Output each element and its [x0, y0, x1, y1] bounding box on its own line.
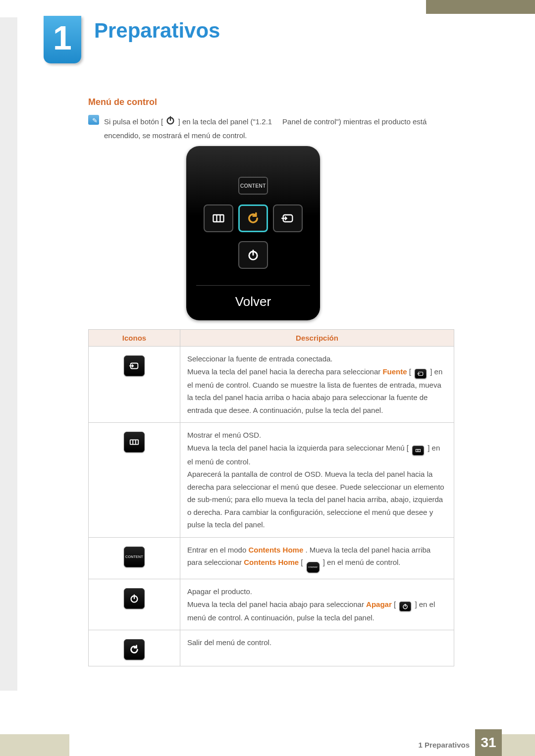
kw-contents-home-2: Contents Home — [244, 558, 299, 566]
footer-accent-left — [0, 734, 69, 756]
t: Mueva la tecla del panel hacia abajo par… — [187, 600, 366, 608]
kw-apagar: Apagar — [366, 600, 392, 608]
return-icon — [124, 639, 145, 660]
section-title: Menú de control — [88, 97, 157, 107]
table-row: Seleccionar la fuente de entrada conecta… — [89, 347, 454, 423]
side-accent-bar — [0, 17, 17, 691]
icon-description-table: Iconos Descripción Seleccionar la fuente… — [88, 329, 454, 666]
intro-paragraph: Si pulsa el botón [ ] en la tecla del pa… — [104, 115, 451, 142]
device-return-label: Volver — [186, 294, 320, 309]
device-divider — [196, 285, 310, 286]
menu-body2: Aparecerá la pantalla de control de OSD.… — [187, 468, 447, 531]
t: Entrar en el modo — [187, 546, 248, 554]
power-icon-tile — [124, 588, 145, 609]
table-row: Apagar el producto. Mueva la tecla del p… — [89, 579, 454, 630]
power-icon — [165, 115, 176, 130]
intro-text-b: ] en la tecla del panel ("1.2.1 — [178, 117, 272, 126]
menu-icon-inline — [412, 446, 424, 455]
svg-rect-16 — [416, 449, 421, 452]
source-icon — [124, 355, 145, 376]
content-icon-label: CONTENT — [124, 547, 144, 567]
source-title: Seleccionar la fuente de entrada conecta… — [187, 353, 447, 365]
table-row: Salir del menú de control. — [89, 630, 454, 666]
kw-contents-home: Contents Home — [248, 546, 303, 554]
page-number: 31 — [475, 729, 502, 756]
return-title: Salir del menú de control. — [187, 636, 447, 649]
power-body: Mueva la tecla del panel hacia abajo par… — [187, 598, 447, 624]
th-desc: Descripción — [180, 330, 454, 347]
t: Mueva la tecla del panel hacia la derech… — [187, 367, 382, 376]
device-content-button: CONTENT — [238, 177, 268, 195]
menu-icon — [124, 432, 145, 453]
power-title: Apagar el producto. — [187, 585, 447, 598]
svg-rect-13 — [130, 440, 139, 444]
footer-breadcrumb: 1 Preparativos — [419, 741, 470, 749]
t: ] en el menú de control. — [323, 558, 401, 566]
control-menu-diagram: CONTENT Volver — [186, 146, 320, 320]
chapter-title: Preparativos — [94, 19, 220, 43]
menu-title: Mostrar el menú OSD. — [187, 429, 447, 442]
t: Mueva la tecla del panel hacia la izquie… — [187, 444, 409, 452]
menu-body1: Mueva la tecla del panel hacia la izquie… — [187, 442, 447, 468]
t: [ — [409, 367, 411, 376]
kw-fuente: Fuente — [382, 367, 407, 376]
note-icon — [88, 115, 99, 125]
device-power-button — [238, 241, 268, 269]
source-body: Mueva la tecla del panel hacia la derech… — [187, 365, 447, 417]
content-icon: CONTENT — [124, 547, 145, 567]
content-icon-inline: CONTENT — [307, 562, 320, 573]
svg-rect-2 — [214, 215, 224, 222]
chapter-number-tab: 1 — [44, 16, 81, 63]
table-row: Mostrar el menú OSD. Mueva la tecla del … — [89, 423, 454, 538]
t: [ — [301, 558, 303, 566]
power-icon-inline — [399, 602, 411, 611]
intro-text-a: Si pulsa el botón [ — [104, 117, 163, 126]
table-row: CONTENT Entrar en el modo Contents Home … — [89, 537, 454, 579]
device-menu-button — [204, 204, 233, 232]
top-accent-bar — [426, 0, 535, 14]
content-body: Entrar en el modo Contents Home . Mueva … — [187, 544, 447, 573]
source-icon-inline — [415, 369, 427, 379]
device-return-button — [238, 204, 268, 232]
page-footer: 1 Preparativos 31 — [0, 726, 535, 756]
t: [ — [394, 600, 396, 608]
device-source-button — [273, 204, 303, 232]
th-icons: Iconos — [89, 330, 180, 347]
